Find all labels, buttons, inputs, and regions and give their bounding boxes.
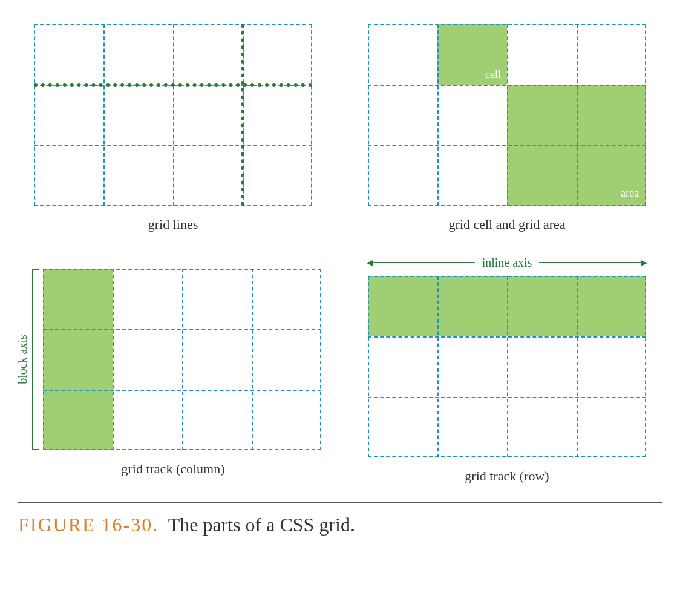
block-axis-label: block axis	[16, 335, 30, 384]
figure-title: The parts of a CSS grid.	[168, 514, 355, 536]
diagram-container: grid lines cell area grid cell and grid …	[18, 24, 662, 484]
divider	[18, 502, 662, 503]
panel-caption: grid lines	[148, 217, 198, 232]
panel-caption: grid cell and grid area	[448, 217, 565, 232]
grid-track-column-figure: block axis	[43, 269, 321, 450]
highlighted-grid-line-vertical	[241, 24, 244, 206]
panel-caption: grid track (row)	[465, 468, 549, 484]
figure-caption: FIGURE 16-30. The parts of a CSS grid.	[18, 514, 662, 536]
panel-grid-track-row: inline axis grid track (row)	[352, 269, 662, 484]
figure-number: FIGURE 16-30.	[18, 514, 159, 536]
grid-lines-figure	[34, 24, 312, 206]
inline-axis-indicator: inline axis	[368, 255, 646, 270]
panel-caption: grid track (column)	[121, 461, 224, 477]
panel-grid-lines: grid lines	[18, 24, 328, 232]
grid-cell-area-figure: cell area	[368, 24, 646, 206]
highlighted-grid-line-horizontal	[34, 83, 312, 87]
panel-grid-track-column: block axis grid track (column)	[18, 269, 328, 484]
block-axis-bracket	[32, 269, 39, 450]
grid-track-row-figure: inline axis	[368, 276, 646, 457]
panel-grid-cell-area: cell area grid cell and grid area	[352, 24, 662, 232]
inline-axis-label: inline axis	[475, 256, 540, 270]
